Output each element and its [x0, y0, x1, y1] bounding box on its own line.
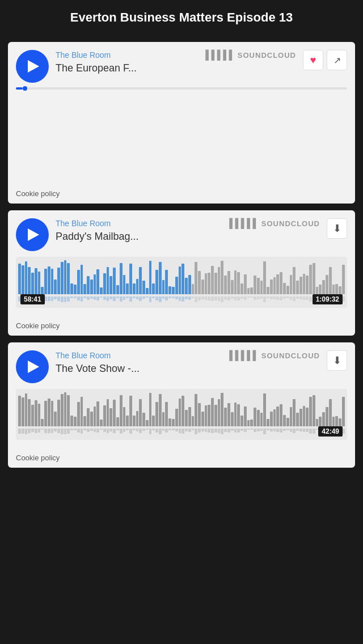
play-button-2[interactable]	[16, 218, 49, 251]
soundcloud-wave-icon-3: ▌▌▌▌▌	[229, 350, 259, 361]
play-icon-3	[28, 361, 39, 373]
progress-dot-1	[23, 86, 27, 91]
card-1-blank-area	[16, 93, 347, 184]
brand-row-1: The Blue Room ▌▌▌▌▌ SOUNDCLOUD	[56, 50, 296, 60]
soundcloud-logo-text-1: SOUNDCLOUD	[238, 51, 296, 60]
waveform-3[interactable]: 42:49	[16, 389, 347, 440]
card-3-info: The Blue Room ▌▌▌▌▌ SOUNDCLOUD The Vote …	[56, 350, 320, 375]
soundcloud-card-1: The Blue Room ▌▌▌▌▌ SOUNDCLOUD The Europ…	[8, 42, 355, 204]
spacer-2	[16, 308, 347, 316]
page-title: Everton Business Matters Episode 13	[70, 10, 293, 24]
download-icon-3: ⬇	[333, 354, 341, 367]
card-2-header: The Blue Room ▌▌▌▌▌ SOUNDCLOUD Paddy's M…	[16, 218, 347, 251]
heart-icon-1: ♥	[310, 54, 316, 66]
time-remaining-2: 1:09:32	[313, 294, 343, 304]
brand-row-2: The Blue Room ▌▌▌▌▌ SOUNDCLOUD	[56, 218, 320, 228]
share-button-1[interactable]: ↗	[327, 50, 347, 70]
card-1-header: The Blue Room ▌▌▌▌▌ SOUNDCLOUD The Europ…	[16, 50, 347, 83]
card-2-info: The Blue Room ▌▌▌▌▌ SOUNDCLOUD Paddy's M…	[56, 218, 320, 243]
author-link-2[interactable]: The Blue Room	[56, 219, 111, 228]
time-elapsed-2: 58:41	[20, 294, 45, 304]
heart-button-1[interactable]: ♥	[303, 50, 323, 70]
author-link-1[interactable]: The Blue Room	[56, 50, 111, 60]
author-link-3[interactable]: The Blue Room	[56, 351, 111, 360]
download-icon-2: ⬇	[333, 222, 341, 235]
cookie-policy-3[interactable]: Cookie policy	[16, 448, 347, 468]
track-title-1: The European F...	[56, 62, 296, 74]
play-icon-1	[28, 60, 39, 73]
waveform-2[interactable]: 58:411:09:32	[16, 257, 347, 308]
track-title-3: The Vote Show -...	[56, 363, 320, 375]
soundcloud-card-2: The Blue Room ▌▌▌▌▌ SOUNDCLOUD Paddy's M…	[8, 210, 355, 336]
soundcloud-brand-1: ▌▌▌▌▌ SOUNDCLOUD	[205, 50, 296, 60]
title-bar: Everton Business Matters Episode 13	[0, 0, 363, 35]
action-btns-1: ♥ ↗	[303, 50, 347, 70]
soundcloud-card-3: The Blue Room ▌▌▌▌▌ SOUNDCLOUD The Vote …	[8, 342, 355, 468]
spacer-3	[16, 440, 347, 448]
soundcloud-brand-3: ▌▌▌▌▌ SOUNDCLOUD	[229, 350, 320, 361]
cookie-policy-2[interactable]: Cookie policy	[16, 316, 347, 336]
cards-container: The Blue Room ▌▌▌▌▌ SOUNDCLOUD The Europ…	[0, 35, 363, 474]
card-3-header: The Blue Room ▌▌▌▌▌ SOUNDCLOUD The Vote …	[16, 350, 347, 383]
cookie-policy-1[interactable]: Cookie policy	[16, 184, 347, 204]
card-1-right: ♥ ↗	[303, 50, 347, 70]
soundcloud-logo-text-3: SOUNDCLOUD	[261, 351, 320, 360]
share-icon-1: ↗	[334, 55, 341, 66]
play-button-1[interactable]	[16, 50, 49, 83]
soundcloud-logo-text-2: SOUNDCLOUD	[261, 219, 320, 228]
download-button-3[interactable]: ⬇	[327, 350, 347, 371]
play-icon-2	[28, 228, 39, 241]
progress-bar-container-1[interactable]	[16, 87, 347, 90]
soundcloud-brand-2: ▌▌▌▌▌ SOUNDCLOUD	[229, 218, 320, 228]
download-button-2[interactable]: ⬇	[327, 218, 347, 239]
card-1-info: The Blue Room ▌▌▌▌▌ SOUNDCLOUD The Europ…	[56, 50, 296, 74]
soundcloud-wave-icon-1: ▌▌▌▌▌	[205, 50, 235, 60]
brand-row-3: The Blue Room ▌▌▌▌▌ SOUNDCLOUD	[56, 350, 320, 361]
track-title-2: Paddy's Mailbag...	[56, 231, 320, 243]
time-remaining-3: 42:49	[318, 426, 343, 437]
progress-bar-fill-1	[16, 87, 23, 90]
play-button-3[interactable]	[16, 350, 49, 383]
soundcloud-wave-icon-2: ▌▌▌▌▌	[229, 218, 259, 228]
